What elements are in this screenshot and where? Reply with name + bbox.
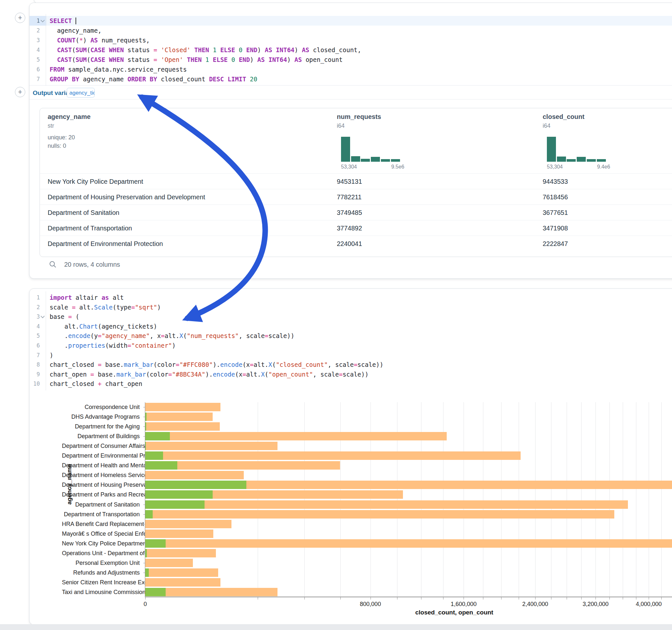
column-meta-nulls: nulls: 0 xyxy=(48,143,66,149)
line-number: 3 xyxy=(29,35,42,45)
cell-closed-count: 9443533 xyxy=(543,174,568,189)
x-axis-tick-label: 0 xyxy=(144,601,147,608)
divider xyxy=(29,85,672,86)
code-line[interactable]: 7GROUP BY agency_name ORDER BY closed_co… xyxy=(29,74,672,84)
table-row[interactable]: New York City Police Department945313194… xyxy=(40,173,672,189)
y-axis-label: Department of Sanitation xyxy=(62,501,140,508)
bar-open_count xyxy=(145,422,146,431)
bar-closed_count xyxy=(145,530,213,538)
code-text: CAST(SUM(CASE WHEN status = 'Closed' THE… xyxy=(50,45,361,55)
gridline xyxy=(661,402,662,597)
column-type-closed-count: i64 xyxy=(543,122,550,129)
code-line[interactable]: 2scale = alt.Scale(type="sqrt") xyxy=(29,302,672,312)
cell-agency-name: Department of Sanitation xyxy=(48,205,119,220)
line-number: 1 xyxy=(29,16,46,26)
code-line[interactable]: 4 CAST(SUM(CASE WHEN status = 'Closed' T… xyxy=(29,45,672,55)
line-number: 6 xyxy=(29,341,42,350)
cell-num-requests: 3749485 xyxy=(337,205,362,220)
code-text: alt.Chart(agency_tickets) xyxy=(50,321,157,331)
fold-chevron-icon[interactable] xyxy=(41,18,44,22)
add-cell-button-middle[interactable]: + xyxy=(15,87,25,97)
bar-open_count xyxy=(145,432,170,440)
code-line[interactable]: 9chart_open = base.mark_bar(color="#8BC3… xyxy=(29,369,672,379)
code-line[interactable]: 3 COUNT(*) AS num_requests, xyxy=(29,35,672,45)
bar-open_count xyxy=(145,500,205,509)
notebook-page: + + 1SELECT 2 agency_name,3 COUNT(*) AS … xyxy=(0,0,672,630)
x-axis-tick xyxy=(551,597,551,600)
bar-open_count xyxy=(145,549,147,557)
code-line[interactable]: 8chart_closed = base.mark_bar(color="#FF… xyxy=(29,360,672,369)
output-variable-chip[interactable]: agency_tickets xyxy=(67,88,95,98)
x-axis-tick xyxy=(421,597,422,600)
line-number: 2 xyxy=(29,26,42,35)
y-axis-domain xyxy=(145,402,145,597)
line-number: 10 xyxy=(29,379,42,389)
code-line[interactable]: 5 .encode(y="agency_name", x=alt.X("num_… xyxy=(29,331,672,341)
y-axis-label: Department of Health and Mental Hyg… xyxy=(62,462,140,469)
column-header-num-requests[interactable]: num_requests xyxy=(337,113,381,121)
gutter-separator xyxy=(46,14,46,86)
search-icon[interactable] xyxy=(49,261,57,268)
x-axis-tick xyxy=(304,597,305,600)
histogram-bar xyxy=(391,159,400,162)
x-axis-tick xyxy=(370,597,371,600)
text-caret xyxy=(75,18,76,24)
bar-closed_count xyxy=(145,559,193,567)
gridline xyxy=(483,402,483,597)
y-axis-label: Mayorâ€ s Office of Special Enforce… xyxy=(62,531,140,537)
line-number: 5 xyxy=(29,331,42,341)
bar-closed_count xyxy=(145,422,220,431)
y-axis-label: Department of Environmental Protection xyxy=(62,453,140,459)
x-axis-tick xyxy=(581,597,581,600)
code-line[interactable]: 4 alt.Chart(agency_tickets) xyxy=(29,321,672,331)
gridline xyxy=(304,402,305,597)
x-axis-domain xyxy=(145,597,672,597)
sql-code-editor[interactable]: 1SELECT 2 agency_name,3 COUNT(*) AS num_… xyxy=(29,16,672,84)
bar-closed_count xyxy=(145,432,447,440)
line-number: 7 xyxy=(29,350,42,360)
cell-closed-count: 3471908 xyxy=(543,220,568,236)
table-row[interactable]: Department of Transportation377489234719… xyxy=(40,220,672,236)
code-line[interactable]: 1SELECT xyxy=(29,16,672,26)
gridline xyxy=(551,402,551,597)
line-number: 4 xyxy=(29,321,42,331)
gridline xyxy=(501,402,502,597)
x-axis-tick xyxy=(661,597,662,600)
code-line[interactable]: 7) xyxy=(29,350,672,360)
column-header-agency-name[interactable]: agency_name xyxy=(48,113,91,121)
x-axis-tick-label: 2,400,000 xyxy=(522,601,548,608)
x-axis-tick xyxy=(145,597,146,600)
python-code-editor[interactable]: 1import altair as alt2scale = alt.Scale(… xyxy=(29,293,672,389)
code-line[interactable]: 6 .properties(width="container") xyxy=(29,341,672,350)
gridline xyxy=(421,402,422,597)
line-number: 4 xyxy=(29,45,42,55)
code-line[interactable]: 5 CAST(SUM(CASE WHEN status = 'Open' THE… xyxy=(29,55,672,65)
code-line[interactable]: 1import altair as alt xyxy=(29,293,672,302)
histogram-bar xyxy=(371,157,380,162)
table-row[interactable]: Department of Environmental Protection22… xyxy=(40,236,672,251)
dataframe-preview: agency_name str unique: 20 nulls: 0 num_… xyxy=(40,108,672,257)
code-line[interactable]: 6FROM sample_data.nyc.service_requests xyxy=(29,65,672,74)
cell-agency-name: Department of Environmental Protection xyxy=(48,236,163,251)
x-axis-title: closed_count, open_count xyxy=(415,609,494,616)
bar-closed_count xyxy=(145,510,614,518)
code-text: chart_open = base.mark_bar(color="#8BC34… xyxy=(50,369,368,379)
line-number: 7 xyxy=(29,74,42,84)
column-header-closed-count[interactable]: closed_count xyxy=(543,113,584,121)
code-text: base = ( xyxy=(50,312,79,321)
x-axis-tick xyxy=(443,597,443,600)
histogram-bar xyxy=(341,137,350,162)
code-line[interactable]: 10chart_closed + chart_open xyxy=(29,379,672,389)
y-axis-label: DHS Advantage Programs xyxy=(62,413,140,420)
gridline xyxy=(258,402,258,597)
histogram-bar xyxy=(351,156,360,162)
add-cell-button-top[interactable]: + xyxy=(15,13,25,23)
table-row[interactable]: Department of Sanitation37494853677651 xyxy=(40,204,672,220)
gridline xyxy=(636,402,637,597)
table-row[interactable]: Department of Housing Preservation and D… xyxy=(40,189,672,205)
fold-chevron-icon[interactable] xyxy=(41,314,44,318)
table-row-count: 20 rows, 4 columns xyxy=(64,261,120,268)
line-number: 6 xyxy=(29,65,42,74)
code-line[interactable]: 2 agency_name, xyxy=(29,26,672,35)
code-line[interactable]: 3base = ( xyxy=(29,312,672,321)
